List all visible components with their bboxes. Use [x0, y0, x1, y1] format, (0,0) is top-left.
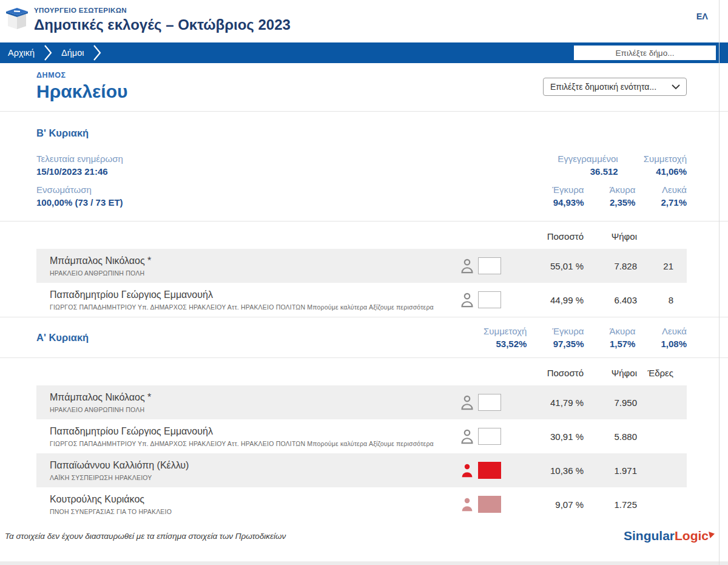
municipal-unit-select[interactable]: Επιλέξτε δημοτική ενότητα...	[543, 78, 687, 96]
municipal-unit-select-value: Επιλέξτε δημοτική ενότητα...	[550, 82, 656, 92]
party-name: ΓΙΩΡΓΟΣ ΠΑΠΑΔΗΜΗΤΡΙΟΥ Υπ. ΔΗΜΑΡΧΟΣ ΗΡΑΚΛ…	[50, 303, 454, 311]
person-icon	[460, 496, 474, 513]
turnout-label: Συμμετοχή	[644, 154, 687, 164]
percent-value: 55,01 %	[511, 261, 584, 271]
logo-text-singular: Singular	[624, 529, 675, 543]
candidate-name: Παπαδημητρίου Γεώργιος Εμμανουήλ	[50, 289, 454, 300]
app-header: ΥΠΟΥΡΓΕΙΟ ΕΣΩΤΕΡΙΚΩΝ Δημοτικές εκλογές –…	[0, 0, 728, 42]
singularlogic-logo: SingularLogic	[624, 529, 715, 543]
party-color-box	[478, 291, 501, 308]
table-row[interactable]: Κουτρούλης Κυριάκος ΠΝΟΗ ΣΥΝΕΡΓΑΣΙΑΣ ΓΙΑ…	[36, 487, 687, 521]
col-percent: Ποσοστό	[511, 231, 584, 242]
municipality-search-input[interactable]	[574, 46, 716, 60]
seats-value: 8	[637, 295, 673, 305]
breadcrumb-municipalities[interactable]: Δήμοι	[61, 48, 84, 58]
last-update-label: Τελευταία ενημέρωση	[36, 154, 123, 164]
table-row[interactable]: Μπάμπαλος Νικόλαος * ΗΡΑΚΛΕΙΟ ΑΝΘΡΩΠΙΝΗ …	[36, 249, 687, 283]
candidate-name: Παπαϊωάννου Καλλιόπη (Κέλλυ)	[50, 460, 454, 471]
percent-value: 9,07 %	[511, 499, 584, 510]
logo-flag-icon	[709, 527, 715, 542]
col-votes: Ψήφοι	[584, 231, 637, 242]
registered-label: Εγγεγραμμένοι	[558, 154, 618, 164]
candidate-icons	[460, 428, 501, 445]
person-icon	[460, 462, 474, 479]
turnout-label: Συμμετοχή	[484, 326, 527, 336]
round-a-title: Α' Κυριακή	[36, 332, 89, 343]
round-a-table: Μπάμπαλος Νικόλαος * ΗΡΑΚΛΕΙΟ ΑΝΘΡΩΠΙΝΗ …	[36, 385, 687, 521]
round-b-stats: Τελευταία ενημέρωση 15/10/2023 21:46 Ενσ…	[36, 154, 687, 221]
table-row[interactable]: Παπαδημητρίου Γεώργιος Εμμανουήλ ΓΙΩΡΓΟΣ…	[36, 283, 687, 317]
language-switcher[interactable]: ΕΛ	[696, 12, 708, 21]
valid-value: 94,93%	[552, 197, 584, 208]
votes-value: 7.828	[584, 261, 637, 271]
party-color-box	[478, 257, 501, 274]
table-row[interactable]: Παπαδημητρίου Γεώργιος Εμμανουήλ ΓΙΩΡΓΟΣ…	[36, 419, 687, 453]
votes-value: 5.880	[584, 431, 637, 442]
candidate-name: Μπάμπαλος Νικόλαος *	[50, 255, 454, 266]
valid-label: Έγκυρα	[552, 184, 584, 195]
last-update-value: 15/10/2023 21:46	[36, 166, 123, 177]
person-icon	[460, 258, 474, 274]
page-right-divider	[719, 0, 720, 565]
party-name: ΗΡΑΚΛΕΙΟ ΑΝΘΡΩΠΙΝΗ ΠΟΛΗ	[50, 406, 454, 413]
party-name: ΛΑΪΚΗ ΣΥΣΠΕΙΡΩΣΗ ΗΡΑΚΛΕΙΟΥ	[50, 474, 454, 481]
round-b-title: Β' Κυριακή	[36, 112, 687, 139]
party-color-box	[478, 394, 501, 411]
chevron-right-icon	[93, 44, 101, 61]
percent-value: 44,99 %	[511, 295, 584, 305]
candidate-name: Κουτρούλης Κυριάκος	[50, 494, 454, 505]
round-a-table-header: Ποσοστό Ψήφοι Έδρες	[36, 358, 687, 385]
percent-value: 30,91 %	[511, 431, 584, 442]
chevron-down-icon	[672, 82, 680, 92]
col-votes: Ψήφοι	[584, 368, 637, 378]
seats-value: 21	[637, 261, 673, 271]
invalid-value: 2,35%	[610, 197, 636, 208]
table-row[interactable]: Μπάμπαλος Νικόλαος * ΗΡΑΚΛΕΙΟ ΑΝΘΡΩΠΙΝΗ …	[36, 385, 687, 419]
table-row[interactable]: Παπαϊωάννου Καλλιόπη (Κέλλυ) ΛΑΪΚΗ ΣΥΣΠΕ…	[36, 453, 687, 487]
round-b-table: Μπάμπαλος Νικόλαος * ΗΡΑΚΛΕΙΟ ΑΝΘΡΩΠΙΝΗ …	[36, 249, 687, 317]
percent-value: 41,79 %	[511, 398, 584, 408]
person-icon	[460, 428, 474, 445]
party-color-box	[478, 496, 501, 513]
votes-value: 1.971	[584, 465, 637, 476]
integration-label: Ενσωμάτωση	[36, 184, 123, 195]
round-a-header: Α' Κυριακή Συμμετοχή 53,52% Έγκυρα 97,35…	[36, 317, 687, 357]
party-name: ΓΙΩΡΓΟΣ ΠΑΠΑΔΗΜΗΤΡΙΟΥ Υπ. ΔΗΜΑΡΧΟΣ ΗΡΑΚΛ…	[50, 440, 454, 447]
candidate-icons	[460, 257, 501, 274]
turnout-value: 41,06%	[644, 166, 687, 177]
candidate-name: Παπαδημητρίου Γεώργιος Εμμανουήλ	[50, 426, 454, 437]
invalid-label: Άκυρα	[610, 326, 636, 336]
party-color-box	[478, 428, 501, 445]
party-name: ΗΡΑΚΛΕΙΟ ΑΝΘΡΩΠΙΝΗ ΠΟΛΗ	[50, 269, 454, 277]
candidate-icons	[460, 291, 501, 308]
invalid-value: 1,57%	[610, 339, 636, 349]
party-color-box	[478, 462, 501, 479]
votes-value: 7.950	[584, 398, 637, 408]
valid-label: Έγκυρα	[552, 326, 584, 336]
chevron-right-icon	[44, 44, 52, 61]
ballot-box-icon	[5, 5, 29, 36]
candidate-icons	[460, 496, 501, 513]
blank-value: 1,08%	[661, 339, 687, 349]
page-footer: Τα στοιχεία δεν έχουν διασταυρωθεί με τα…	[0, 521, 728, 543]
percent-value: 10,36 %	[511, 465, 584, 476]
person-icon	[460, 394, 474, 411]
candidate-name: Μπάμπαλος Νικόλαος *	[50, 392, 454, 403]
municipality-name: Ηρακλείου	[36, 81, 127, 102]
disclaimer-text: Τα στοιχεία δεν έχουν διασταυρωθεί με τα…	[5, 532, 286, 541]
municipality-header: ΔΗΜΟΣ Ηρακλείου Επιλέξτε δημοτική ενότητ…	[0, 63, 728, 112]
party-name: ΠΝΟΗ ΣΥΝΕΡΓΑΣΙΑΣ ΓΙΑ ΤΟ ΗΡΑΚΛΕΙΟ	[50, 508, 454, 515]
col-seats: Έδρες	[637, 368, 673, 378]
breadcrumb-home[interactable]: Αρχική	[8, 48, 35, 58]
candidate-icons	[460, 394, 501, 411]
blank-label: Λευκά	[661, 326, 687, 336]
page-title: Δημοτικές εκλογές – Οκτώβριος 2023	[34, 16, 291, 33]
logo-text-logic: Logic	[675, 529, 709, 543]
round-b-table-header: Ποσοστό Ψήφοι	[36, 222, 687, 249]
breadcrumb: Αρχική Δήμοι	[0, 42, 728, 63]
valid-value: 97,35%	[552, 339, 584, 349]
registered-value: 36.512	[558, 166, 618, 177]
blank-value: 2,71%	[661, 197, 687, 208]
integration-value: 100,00% (73 / 73 ΕΤ)	[36, 197, 123, 208]
col-seats	[637, 231, 673, 242]
